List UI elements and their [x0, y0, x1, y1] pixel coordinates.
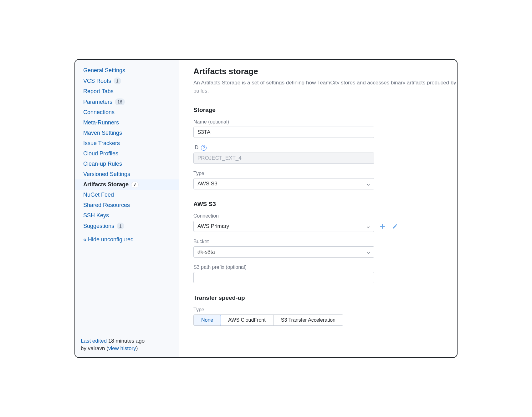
- sidebar-item-label: Connections: [83, 109, 115, 116]
- sidebar-item-general-settings[interactable]: General Settings: [75, 65, 179, 76]
- prefix-field: S3 path prefix (optional): [193, 264, 374, 283]
- chevron-down-icon: [366, 224, 370, 228]
- prefix-input[interactable]: [193, 272, 374, 283]
- add-connection-button[interactable]: [378, 222, 387, 231]
- settings-sidebar: General Settings VCS Roots 1 Report Tabs…: [75, 60, 179, 357]
- sidebar-item-label: Artifacts Storage: [83, 181, 129, 188]
- transfer-type-segmented: None AWS CloudFront S3 Transfer Accelera…: [193, 314, 343, 326]
- sidebar-item-ssh-keys[interactable]: SSH Keys: [75, 210, 179, 221]
- page-description: An Artifacts Storage is a set of setting…: [193, 79, 456, 95]
- sidebar-item-nuget-feed[interactable]: NuGet Feed: [75, 190, 179, 200]
- sidebar-item-label: Maven Settings: [83, 130, 122, 136]
- sidebar-item-label: SSH Keys: [83, 212, 109, 219]
- sidebar-item-label: NuGet Feed: [83, 192, 114, 198]
- name-field: Name (optional): [193, 119, 374, 138]
- sidebar-item-label: Parameters: [83, 99, 112, 105]
- prefix-label: S3 path prefix (optional): [193, 264, 374, 270]
- sidebar-item-label: Cloud Profiles: [83, 150, 118, 157]
- bucket-label: Bucket: [193, 239, 374, 244]
- edit-connection-button[interactable]: [391, 222, 399, 231]
- sidebar-item-connections[interactable]: Connections: [75, 107, 179, 118]
- sidebar-item-label: Report Tabs: [83, 88, 114, 95]
- sidebar-item-cloud-profiles[interactable]: Cloud Profiles: [75, 148, 179, 159]
- sidebar-item-vcs-roots[interactable]: VCS Roots 1: [75, 76, 179, 86]
- bucket-field: Bucket dk-s3ta: [193, 239, 374, 258]
- id-input: [193, 153, 374, 164]
- sidebar-item-label: Suggestions: [83, 223, 114, 229]
- transfer-section: Transfer speed-up Type None AWS CloudFro…: [193, 294, 457, 326]
- name-input[interactable]: [193, 127, 374, 138]
- sidebar-item-clean-up-rules[interactable]: Clean-up Rules: [75, 159, 179, 169]
- sidebar-item-label: VCS Roots: [83, 78, 111, 84]
- storage-section: Storage Name (optional) ID ? Type AWS S3: [193, 107, 457, 189]
- count-badge: 1: [117, 223, 124, 229]
- sidebar-item-label: Issue Trackers: [83, 140, 120, 147]
- help-icon[interactable]: ?: [201, 145, 207, 151]
- segment-cloudfront[interactable]: AWS CloudFront: [221, 315, 273, 325]
- sidebar-item-meta-runners[interactable]: Meta-Runners: [75, 118, 179, 128]
- close-paren: ): [136, 345, 138, 351]
- app-frame: General Settings VCS Roots 1 Report Tabs…: [74, 59, 458, 358]
- type-select-value: AWS S3: [197, 181, 217, 187]
- chevron-down-icon: [366, 182, 370, 186]
- sidebar-item-label: Clean-up Rules: [83, 161, 122, 167]
- section-title-storage: Storage: [193, 107, 457, 113]
- sidebar-list: General Settings VCS Roots 1 Report Tabs…: [75, 60, 179, 332]
- type-label: Type: [193, 171, 374, 176]
- sidebar-item-label: Meta-Runners: [83, 119, 119, 126]
- count-badge: 1: [114, 78, 121, 84]
- page-title: Artifacts storage: [193, 67, 457, 76]
- check-icon: ✓: [131, 182, 139, 188]
- last-edited-link[interactable]: Last edited: [81, 338, 107, 344]
- hide-unconfigured-link[interactable]: « Hide unconfigured: [75, 231, 179, 244]
- connection-row: AWS Primary: [193, 221, 400, 232]
- connection-select[interactable]: AWS Primary: [193, 221, 374, 232]
- section-title-transfer: Transfer speed-up: [193, 294, 457, 301]
- sidebar-item-label: General Settings: [83, 67, 125, 74]
- connection-select-value: AWS Primary: [197, 223, 229, 229]
- connection-label: Connection: [193, 213, 457, 219]
- segment-s3ta[interactable]: S3 Transfer Acceleration: [274, 315, 343, 325]
- sidebar-item-report-tabs[interactable]: Report Tabs: [75, 86, 179, 97]
- section-title-aws-s3: AWS S3: [193, 201, 457, 208]
- aws-s3-section: AWS S3 Connection AWS Primary: [193, 201, 457, 283]
- transfer-type-label: Type: [193, 307, 457, 313]
- sidebar-item-parameters[interactable]: Parameters 16: [75, 97, 179, 107]
- view-history-link[interactable]: view history: [108, 345, 136, 351]
- name-label: Name (optional): [193, 119, 374, 125]
- sidebar-item-maven-settings[interactable]: Maven Settings: [75, 128, 179, 138]
- sidebar-item-suggestions[interactable]: Suggestions 1: [75, 221, 179, 231]
- bucket-select-value: dk-s3ta: [197, 249, 215, 255]
- sidebar-footer: Last edited 18 minutes ago by valravn (v…: [75, 332, 179, 357]
- type-select[interactable]: AWS S3: [193, 178, 374, 189]
- sidebar-item-artifacts-storage[interactable]: Artifacts Storage ✓: [75, 179, 179, 190]
- id-label: ID ?: [193, 145, 374, 151]
- chevron-down-icon: [366, 250, 370, 254]
- last-edited-time: 18 minutes ago: [107, 338, 145, 344]
- id-label-text: ID: [193, 145, 198, 150]
- sidebar-item-label: Shared Resources: [83, 202, 130, 208]
- count-badge: 16: [115, 98, 125, 105]
- sidebar-item-versioned-settings[interactable]: Versioned Settings: [75, 169, 179, 179]
- main-content: Artifacts storage An Artifacts Storage i…: [179, 60, 457, 357]
- sidebar-item-shared-resources[interactable]: Shared Resources: [75, 200, 179, 210]
- bucket-select[interactable]: dk-s3ta: [193, 246, 374, 258]
- id-field: ID ?: [193, 145, 374, 164]
- edited-by-text: by valravn (: [81, 345, 108, 351]
- type-field: Type AWS S3: [193, 171, 374, 189]
- sidebar-item-label: Versioned Settings: [83, 171, 130, 178]
- sidebar-item-issue-trackers[interactable]: Issue Trackers: [75, 138, 179, 148]
- segment-none[interactable]: None: [193, 314, 221, 326]
